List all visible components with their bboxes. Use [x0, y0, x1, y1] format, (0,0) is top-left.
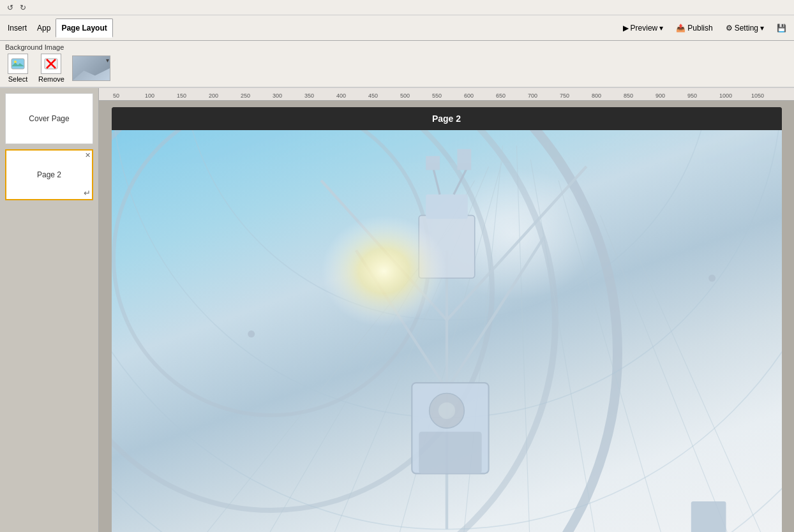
bg-select-icon-box [8, 54, 28, 74]
ruler-50: 50 [113, 92, 145, 99]
page2-label: Page 2 [37, 170, 61, 179]
preview-label: Preview [631, 24, 658, 33]
publish-icon: 📤 [676, 24, 685, 33]
background-image-section: Background Image Select Remove [0, 41, 794, 88]
ruler-400: 400 [336, 92, 368, 99]
ruler-900: 900 [655, 92, 687, 99]
page-content[interactable] [112, 130, 782, 532]
svg-rect-38 [691, 501, 726, 532]
tab-page-layout[interactable]: Page Layout [56, 18, 112, 38]
ruler-700: 700 [528, 92, 560, 99]
tab-app[interactable]: App [32, 18, 56, 38]
svg-point-37 [708, 275, 715, 282]
ruler-300: 300 [273, 92, 304, 99]
ruler-850: 850 [624, 92, 655, 99]
svg-rect-26 [426, 195, 468, 219]
canvas-scroll-area[interactable]: Page 2 [99, 101, 794, 532]
dish-svg [112, 130, 782, 532]
ruler-500: 500 [400, 92, 432, 99]
svg-rect-30 [457, 149, 471, 170]
dish-background-image [112, 130, 782, 532]
bg-select-button[interactable]: Select [5, 52, 31, 84]
ruler: 50 100 150 200 250 300 350 400 450 500 5… [99, 88, 794, 101]
svg-line-12 [558, 181, 670, 532]
svg-line-10 [516, 145, 530, 532]
bg-select-label: Select [8, 75, 28, 83]
settings-label: Setting [735, 24, 758, 33]
settings-icon: ⚙ [726, 24, 733, 33]
ruler-200: 200 [209, 92, 241, 99]
settings-chevron: ▾ [760, 24, 764, 33]
main-toolbar: Insert App Page Layout ▶ Preview ▾ 📤 Pub… [0, 15, 794, 41]
image-icon [10, 56, 26, 71]
svg-line-14 [635, 250, 775, 532]
ruler-250: 250 [241, 92, 273, 99]
cover-page-label: Cover Page [29, 114, 69, 123]
page-title: Page 2 [432, 114, 461, 124]
tab-insert[interactable]: Insert [3, 18, 32, 38]
content-area: 50 100 150 200 250 300 350 400 450 500 5… [99, 88, 794, 532]
preview-chevron: ▾ [659, 24, 663, 33]
page-panel: Cover Page ✕ Page 2 ↵ [0, 88, 99, 532]
page-title-bar: Page 2 [112, 107, 782, 130]
ruler-600: 600 [464, 92, 496, 99]
ruler-450: 450 [368, 92, 400, 99]
svg-point-35 [321, 216, 447, 327]
save-icon: 💾 [777, 24, 786, 33]
svg-rect-32 [419, 432, 481, 474]
bg-remove-label: Remove [38, 75, 64, 83]
ruler-150: 150 [177, 92, 209, 99]
settings-button[interactable]: ⚙ Setting ▾ [721, 18, 769, 38]
redo-icon[interactable]: ↻ [18, 3, 28, 13]
preview-button[interactable]: ▶ Preview ▾ [618, 18, 669, 38]
ruler-1050: 1050 [751, 92, 783, 99]
undo-icon[interactable]: ↺ [5, 3, 15, 13]
svg-line-28 [453, 166, 467, 195]
bg-remove-button[interactable]: Remove [36, 52, 67, 84]
svg-rect-0 [11, 59, 24, 69]
svg-rect-29 [426, 156, 440, 170]
bg-tools-group: Select Remove ▾ [5, 52, 789, 84]
remove-icon [43, 56, 59, 71]
quick-access-bar: ↺ ↻ [0, 0, 794, 15]
ruler-750: 750 [560, 92, 592, 99]
bg-remove-icon-box [41, 54, 61, 74]
ruler-350: 350 [304, 92, 336, 99]
ruler-1000: 1000 [719, 92, 751, 99]
main-layout: Cover Page ✕ Page 2 ↵ 50 100 150 200 250… [0, 88, 794, 532]
bg-section-label: Background Image [5, 43, 789, 51]
publish-button[interactable]: 📤 Publish [671, 18, 717, 38]
toolbar-right-group: ▶ Preview ▾ 📤 Publish ⚙ Setting ▾ 💾 [618, 18, 791, 38]
preview-icon: ▶ [623, 24, 629, 33]
ruler-950: 950 [687, 92, 719, 99]
page-thumb-page2[interactable]: ✕ Page 2 ↵ [5, 149, 93, 200]
ruler-marks: 50 100 150 200 250 300 350 400 450 500 5… [100, 92, 783, 100]
save-button[interactable]: 💾 [772, 18, 791, 38]
ruler-650: 650 [496, 92, 528, 99]
bg-preview-image [73, 68, 110, 80]
ruler-100: 100 [145, 92, 177, 99]
bg-preview-thumbnail[interactable]: ▾ [72, 55, 110, 81]
svg-line-27 [433, 166, 440, 195]
svg-line-13 [600, 216, 740, 532]
ruler-550: 550 [432, 92, 464, 99]
publish-label: Publish [687, 24, 712, 33]
page-container: Page 2 [112, 107, 782, 532]
ruler-800: 800 [592, 92, 624, 99]
page-thumb-cover[interactable]: Cover Page [5, 93, 93, 144]
svg-point-34 [438, 403, 454, 419]
page-delete-icon[interactable]: ✕ [85, 152, 91, 159]
bg-preview-dropdown-icon[interactable]: ▾ [106, 57, 109, 64]
svg-point-36 [248, 330, 255, 337]
page-navigate-icon[interactable]: ↵ [84, 188, 91, 198]
